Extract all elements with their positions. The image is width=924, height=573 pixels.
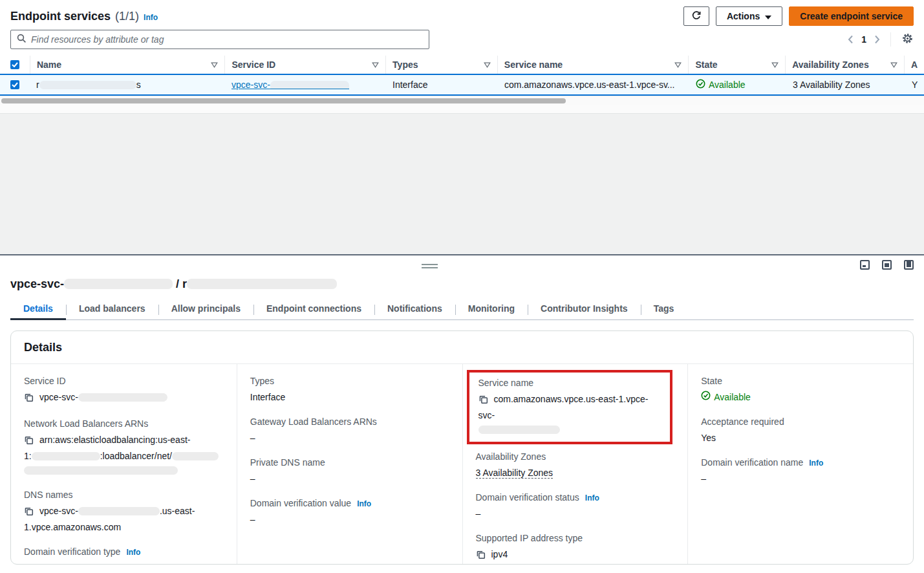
- split-panel-drag-handle[interactable]: [422, 264, 438, 270]
- table-row[interactable]: rs vpce-svc- Interface com.amazonaws.vpc…: [0, 74, 924, 96]
- copy-icon[interactable]: [24, 394, 34, 404]
- types-field: Types Interface: [250, 376, 449, 404]
- info-link[interactable]: Info: [126, 548, 140, 557]
- service-name-highlight-box: Service name com.amazonaws.vpce.us-east-…: [467, 370, 672, 444]
- details-card-title: Details: [11, 331, 913, 364]
- details-column-3: Service name com.amazonaws.vpce.us-east-…: [462, 364, 688, 565]
- domain-verification-name-field: Domain verification nameInfo –: [701, 457, 900, 486]
- column-header-availability-zones[interactable]: Availability Zones: [785, 56, 904, 74]
- row-checkbox[interactable]: [10, 80, 19, 89]
- empty-background: [0, 114, 924, 254]
- resource-count: (1/1): [115, 10, 139, 23]
- previous-page-icon[interactable]: [848, 35, 854, 44]
- column-header-name[interactable]: Name: [30, 56, 225, 74]
- split-panel-layout-controls: [860, 260, 914, 270]
- details-column-4: State Available Acceptance required Yes …: [687, 364, 913, 565]
- redacted-text: [187, 279, 337, 289]
- actions-button-label: Actions: [727, 11, 760, 21]
- search-icon: [17, 34, 27, 45]
- service-id-field: Service ID vpce-svc-: [24, 376, 224, 406]
- pagination: 1: [848, 32, 914, 47]
- column-header-acceptance-partial[interactable]: A: [904, 56, 924, 74]
- next-page-icon[interactable]: [874, 35, 880, 44]
- row-state-cell: Available: [689, 79, 786, 91]
- tab-load-balancers[interactable]: Load balancers: [66, 299, 158, 319]
- info-link[interactable]: Info: [357, 499, 371, 508]
- search-box[interactable]: [10, 30, 429, 49]
- preferences-gear-icon[interactable]: [901, 32, 914, 47]
- gateway-load-balancers-arns-field: Gateway Load Balancers ARNs –: [250, 416, 449, 445]
- sort-icon[interactable]: [890, 59, 897, 70]
- tab-notifications[interactable]: Notifications: [374, 299, 455, 319]
- split-panel-tabs: Details Load balancers Allow principals …: [10, 299, 914, 320]
- state-field: State Available: [701, 376, 900, 404]
- check-circle-icon: [701, 390, 711, 404]
- acceptance-required-field: Acceptance required Yes: [701, 416, 900, 445]
- details-column-1: Service ID vpce-svc- Network Load Balanc…: [11, 364, 237, 565]
- info-link[interactable]: Info: [585, 493, 599, 503]
- horizontal-scrollbar[interactable]: [0, 96, 924, 105]
- tab-details[interactable]: Details: [10, 299, 66, 319]
- tab-allow-principals[interactable]: Allow principals: [158, 299, 253, 319]
- row-service-name-cell: com.amazonaws.vpce.us-east-1.vpce-sv...: [498, 80, 689, 90]
- create-endpoint-service-button[interactable]: Create endpoint service: [789, 6, 914, 26]
- details-card: Details Service ID vpce-svc- Network Loa…: [10, 330, 914, 565]
- tab-monitoring[interactable]: Monitoring: [455, 299, 528, 319]
- actions-button[interactable]: Actions: [716, 6, 782, 26]
- endpoint-services-section: Endpoint services (1/1) Info Actions Cre…: [0, 0, 924, 254]
- horizontal-scrollbar-thumb[interactable]: [1, 98, 566, 103]
- page-title: Endpoint services: [10, 10, 111, 23]
- search-input[interactable]: [31, 34, 423, 45]
- panel-size-medium-icon[interactable]: [882, 260, 892, 270]
- sort-icon[interactable]: [771, 59, 779, 70]
- select-all-checkbox[interactable]: [10, 60, 19, 69]
- redacted-text: [478, 426, 560, 434]
- column-header-types[interactable]: Types: [385, 56, 497, 74]
- redacted-text: [172, 452, 219, 460]
- copy-icon[interactable]: [476, 551, 486, 561]
- redacted-text: [64, 279, 173, 289]
- check-circle-icon: [696, 79, 705, 91]
- split-panel-title: vpce-svc- / r: [10, 255, 914, 291]
- refresh-button[interactable]: [683, 6, 709, 26]
- redacted-text: [24, 466, 178, 475]
- sort-icon[interactable]: [372, 59, 379, 70]
- copy-icon[interactable]: [478, 396, 488, 406]
- copy-icon[interactable]: [24, 508, 34, 518]
- pager-divider: [890, 32, 891, 47]
- sort-icon[interactable]: [211, 59, 218, 70]
- split-panel: vpce-svc- / r Details Load balancers All…: [0, 254, 924, 573]
- refresh-icon: [691, 10, 702, 23]
- column-header-state[interactable]: State: [688, 56, 785, 74]
- domain-verification-type-field: Domain verification typeInfo –: [24, 546, 224, 565]
- current-page-number[interactable]: 1: [861, 34, 866, 45]
- dns-names-field: DNS names vpce-svc-.us-east- 1.vpce.amaz…: [24, 490, 224, 534]
- details-column-2: Types Interface Gateway Load Balancers A…: [237, 364, 462, 565]
- page-title-info-link[interactable]: Info: [144, 13, 158, 22]
- row-acceptance-cell: Y: [905, 80, 924, 90]
- column-header-service-name[interactable]: Service name: [497, 56, 689, 74]
- sort-icon[interactable]: [674, 59, 682, 70]
- column-header-service-id[interactable]: Service ID: [224, 56, 385, 74]
- private-dns-name-field: Private DNS name –: [250, 457, 449, 486]
- page-header: Endpoint services (1/1) Info Actions Cre…: [0, 0, 924, 28]
- tab-endpoint-connections[interactable]: Endpoint connections: [253, 299, 374, 319]
- table-header-row: Name Service ID Types Service name State…: [0, 56, 924, 74]
- panel-size-small-icon[interactable]: [860, 260, 870, 270]
- endpoint-services-table: Name Service ID Types Service name State…: [0, 56, 924, 105]
- domain-verification-status-field: Domain verification statusInfo –: [476, 492, 675, 521]
- availability-zones-popover-link[interactable]: 3 Availability Zones: [793, 80, 870, 90]
- panel-size-large-icon[interactable]: [904, 260, 914, 270]
- availability-zones-popover-link[interactable]: 3 Availability Zones: [476, 468, 553, 479]
- service-name-field: Service name com.amazonaws.vpce.us-east-…: [478, 378, 662, 437]
- row-availability-zones-cell: 3 Availability Zones: [786, 80, 905, 90]
- row-types-cell: Interface: [386, 80, 498, 90]
- redacted-text: [78, 393, 167, 402]
- tab-tags[interactable]: Tags: [641, 299, 687, 319]
- service-id-link[interactable]: vpce-svc-: [231, 80, 349, 90]
- info-link[interactable]: Info: [809, 459, 823, 468]
- tab-contributor-insights[interactable]: Contributor Insights: [528, 299, 641, 319]
- sort-icon[interactable]: [484, 59, 491, 70]
- redacted-text: [39, 81, 136, 89]
- copy-icon[interactable]: [24, 437, 34, 447]
